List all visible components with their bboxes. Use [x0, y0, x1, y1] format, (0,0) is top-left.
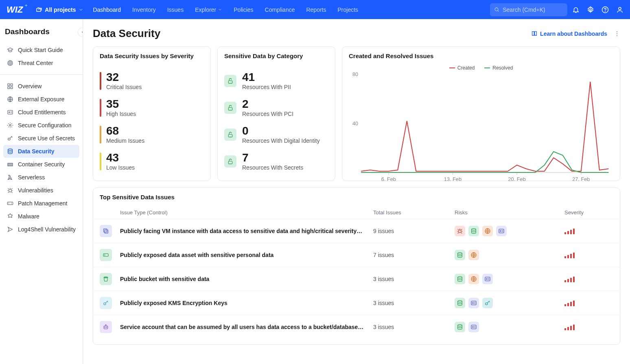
- key-icon: [484, 300, 491, 306]
- sidebar-item-threat-center[interactable]: Threat Center: [3, 57, 79, 70]
- search-input[interactable]: [503, 7, 563, 13]
- project-selector-label: All projects: [45, 7, 76, 13]
- kebab-icon: [614, 31, 620, 37]
- issues-table-title: Top Sensitive Data Issues: [93, 194, 620, 201]
- svg-rect-27: [228, 161, 232, 164]
- svg-rect-8: [8, 84, 10, 86]
- nav-link-issues[interactable]: Issues: [167, 7, 184, 13]
- category-value: 0: [242, 125, 320, 137]
- learn-link[interactable]: Learn about Dashboards: [531, 31, 607, 37]
- notifications-button[interactable]: [572, 6, 580, 13]
- th-severity: Severity: [564, 209, 613, 216]
- svg-point-58: [472, 303, 474, 304]
- svg-point-21: [617, 31, 617, 32]
- sidebar-item-malware[interactable]: Malware: [3, 210, 79, 223]
- svg-point-4: [619, 7, 621, 10]
- table-row[interactable]: Publicly exposed data asset with sensiti…: [93, 243, 620, 267]
- settings-button[interactable]: [587, 6, 594, 13]
- category-item[interactable]: 0Resources With Digital Identity: [224, 125, 328, 144]
- legend-item: Created: [449, 65, 475, 71]
- severity-item[interactable]: 32Critical Issues: [100, 72, 204, 90]
- profile-button[interactable]: [616, 6, 623, 13]
- sidebar-item-patch-management[interactable]: Patch Management: [3, 197, 79, 210]
- nav-link-policies[interactable]: Policies: [234, 7, 253, 13]
- sidebar-item-data-security[interactable]: Data Security: [3, 145, 79, 158]
- sidebar-item-container-security[interactable]: Container Security: [3, 158, 79, 171]
- database-icon: [7, 148, 13, 155]
- svg-point-45: [500, 231, 501, 232]
- severity-bar: [100, 99, 101, 117]
- sidebar-item-quick-start-guide[interactable]: Quick Start Guide: [3, 44, 79, 57]
- table-row[interactable]: Public bucket with sensitive data3 issue…: [93, 267, 620, 291]
- database-icon: [470, 228, 477, 234]
- sidebar-item-overview[interactable]: Overview: [3, 80, 79, 93]
- sidebar-item-label: Vulnerabilities: [18, 187, 53, 194]
- top-nav: WIZ ✦ All projects DashboardInventoryIss…: [0, 0, 630, 19]
- sidebar-item-label: Malware: [18, 213, 39, 220]
- chevron-down-icon: [79, 7, 83, 12]
- sidebar-item-secure-configuration[interactable]: Secure Configuration: [3, 119, 79, 132]
- category-item[interactable]: 41Resources With PII: [224, 72, 328, 90]
- table-row[interactable]: Publicly facing VM instance with data ac…: [93, 219, 620, 243]
- category-value: 2: [242, 98, 293, 110]
- category-item[interactable]: 2Resources With PCI: [224, 98, 328, 117]
- logo: WIZ ✦: [7, 4, 28, 15]
- sidebar-item-vulnerabilities[interactable]: Vulnerabilities: [3, 184, 79, 197]
- sidebar-item-external-exposure[interactable]: External Exposure: [3, 93, 79, 106]
- sidebar-item-serverless[interactable]: Serverless: [3, 171, 79, 184]
- category-item[interactable]: 7Resources With Secrets: [224, 152, 328, 171]
- chart-card-title: Created and Resolved Issues: [349, 52, 613, 59]
- risk-icons: [455, 274, 564, 284]
- patch-icon: [7, 200, 13, 207]
- issue-type-icon: [100, 297, 112, 309]
- severity-item[interactable]: 35High Issues: [100, 98, 204, 117]
- nav-link-reports[interactable]: Reports: [306, 7, 326, 13]
- help-button[interactable]: [602, 6, 609, 13]
- severity-label: Medium Issues: [106, 137, 144, 144]
- nav-link-inventory[interactable]: Inventory: [132, 7, 156, 13]
- issue-count: 3 issues: [373, 300, 455, 306]
- project-selector[interactable]: All projects: [36, 7, 83, 13]
- unlock-icon: [224, 75, 236, 87]
- sidebar-item-log4shell-vulnerability[interactable]: Log4Shell Vulnerability: [3, 223, 79, 236]
- sidebar-item-secure-use-of-secrets[interactable]: Secure Use of Secrets: [3, 132, 79, 145]
- svg-point-41: [459, 230, 462, 233]
- sidebar-item-cloud-entitlements[interactable]: Cloud Entitlements: [3, 106, 79, 119]
- page-menu-button[interactable]: [614, 31, 620, 37]
- risk-badge-globe: [482, 226, 493, 236]
- help-icon: [602, 6, 609, 13]
- container-icon: [7, 161, 13, 168]
- issue-title: Publicly exposed KMS Encryption Keys: [120, 300, 373, 306]
- table-body: Publicly facing VM instance with data ac…: [93, 219, 620, 339]
- severity-card: Data Security Issues by Severity 32Criti…: [93, 46, 211, 181]
- sidebar-section-main: OverviewExternal ExposureCloud Entitleme…: [0, 78, 83, 238]
- svg-rect-11: [11, 87, 13, 89]
- risk-icons: [455, 250, 564, 260]
- risk-badge-id: [468, 298, 479, 308]
- chart-legend: CreatedResolved: [349, 65, 613, 71]
- severity-item[interactable]: 68Medium Issues: [100, 125, 204, 144]
- sidebar-item-label: Cloud Entitlements: [18, 109, 66, 116]
- table-row[interactable]: Publicly exposed KMS Encryption Keys3 is…: [93, 291, 620, 315]
- svg-text:80: 80: [352, 72, 358, 77]
- nav-link-dashboard[interactable]: Dashboard: [93, 7, 121, 13]
- svg-rect-10: [8, 87, 10, 89]
- risk-badge-id: [496, 226, 507, 236]
- search-box[interactable]: [490, 3, 567, 16]
- nav-link-explorer[interactable]: Explorer: [195, 7, 222, 13]
- shell-icon: [7, 226, 13, 233]
- database-icon: [457, 252, 463, 258]
- legend-item: Resolved: [484, 65, 513, 71]
- nav-link-projects[interactable]: Projects: [338, 7, 359, 13]
- risk-badge-db: [455, 250, 465, 260]
- nav-link-compliance[interactable]: Compliance: [265, 7, 295, 13]
- table-row[interactable]: Service account that can be assumed by a…: [93, 315, 620, 339]
- risk-badge-db: [455, 322, 465, 332]
- issues-table-card: Top Sensitive Data Issues Issue Type (Co…: [93, 187, 620, 345]
- sidebar-divider: [0, 74, 83, 75]
- issue-title: Public bucket with sensitive data: [120, 276, 373, 282]
- sidebar-item-label: Serverless: [18, 174, 45, 181]
- sidebar-section-top: Quick Start GuideThreat Center: [0, 42, 83, 71]
- robot-icon: [103, 324, 109, 330]
- severity-item[interactable]: 43Low Issues: [100, 152, 204, 171]
